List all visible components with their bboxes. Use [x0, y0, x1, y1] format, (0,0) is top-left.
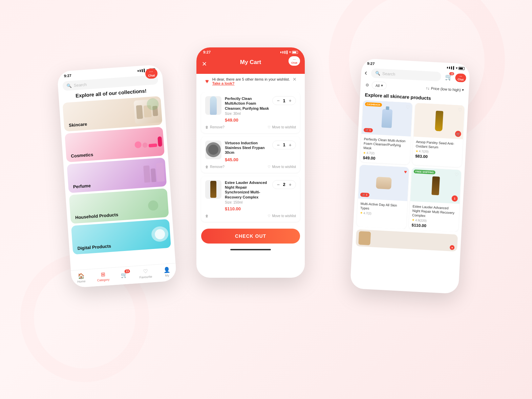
- move-wishlist-label-3: Move to wishlist: [272, 214, 296, 218]
- cart-item-top-3: Estee Lauder Advanced Night Repair Synch…: [205, 180, 296, 211]
- qty-decrease-2[interactable]: −: [277, 142, 279, 148]
- qty-num-1: 1: [283, 98, 285, 103]
- phone-left: 9:27 ▾ ··· Chat 🔍 Search Explore all of …: [57, 64, 177, 288]
- partial-product[interactable]: ♥: [356, 229, 458, 252]
- filter-label: All: [376, 83, 380, 88]
- cart-item-2: Virtuoso Induction Stainless Steel Frypa…: [201, 136, 300, 173]
- qty-increase-1[interactable]: +: [289, 98, 292, 103]
- signal4: [144, 68, 145, 72]
- heart-btn-1[interactable]: ♡: [406, 104, 410, 110]
- nav-favourite[interactable]: ♡ Favourite: [139, 268, 152, 279]
- product-name-2: Aesop Parsley Seed Anti-Oxidant Serum: [416, 140, 460, 151]
- product-info-2: Aesop Parsley Seed Anti-Oxidant Serum ★ …: [412, 136, 463, 163]
- chat-button-center[interactable]: ··· Chat: [289, 56, 300, 66]
- qty-control-3[interactable]: − 2 +: [272, 180, 296, 189]
- qty-increase-2[interactable]: +: [289, 142, 292, 148]
- filter-chevron: ▾: [381, 83, 383, 88]
- sig4: [286, 50, 288, 54]
- wishlist-heart-icon: ♥: [205, 78, 209, 85]
- wifi-center: ▾: [289, 50, 291, 54]
- product-card-3[interactable]: ♥ 🛒 1 Multi-Active Day All Skin Types ★ …: [357, 165, 409, 229]
- cart-items-list: Perfectly Clean MultiAction Foam Cleanse…: [196, 92, 305, 225]
- move-wishlist-1[interactable]: ♡ Move to wishlist: [268, 125, 296, 129]
- battery-center: [292, 51, 298, 54]
- star-2: ★: [416, 149, 419, 153]
- remove-btn-1[interactable]: 🗑 Remove?: [205, 125, 225, 129]
- rating-text-3: 4.7(2): [363, 211, 371, 215]
- chat-dots-center: ···: [293, 58, 296, 61]
- qty-num-3: 2: [283, 182, 285, 187]
- sort-button[interactable]: ↑↓ Price (low to high) ▾: [426, 86, 464, 92]
- search-bar-right[interactable]: 🔍 Search: [371, 68, 441, 82]
- back-button-right[interactable]: ‹: [363, 68, 369, 77]
- chat-dots-right: ···: [460, 75, 462, 78]
- qty-decrease-3[interactable]: −: [277, 182, 279, 187]
- heart-icon-2: ♡: [268, 165, 271, 169]
- category-item-household[interactable]: Household Products: [69, 188, 169, 224]
- status-bar-center: 9:27 ▾: [196, 47, 305, 56]
- wishlist-banner[interactable]: ♥ Hi dear, there are 5 other items in yo…: [201, 74, 300, 89]
- sort-arrows-icon: ↑↓: [426, 86, 430, 90]
- add-to-cart-3[interactable]: 🛒 1: [360, 192, 369, 197]
- product-card-4[interactable]: FREE SHIPPING ♡ 1 Estee Lauder Advanced …: [409, 167, 461, 232]
- star-1: ★: [363, 151, 366, 154]
- category-item-cosmetics[interactable]: Cosmetics: [65, 127, 165, 162]
- nav-my-label: My: [165, 274, 169, 277]
- time-right: 9:27: [367, 61, 375, 66]
- qty-increase-3[interactable]: +: [289, 182, 292, 187]
- remove-btn-2[interactable]: 🗑 Remove?: [205, 165, 225, 169]
- heart-btn-3[interactable]: ♥: [404, 169, 407, 174]
- category-item-perfume[interactable]: Perfume: [67, 158, 167, 193]
- status-icons-center: ▾: [280, 50, 298, 54]
- wishlist-close-icon[interactable]: ✕: [293, 77, 297, 82]
- trash-icon-2: 🗑: [205, 165, 209, 169]
- wishlist-link[interactable]: Take a look?: [212, 81, 235, 85]
- sig3: [284, 51, 285, 54]
- product-img-1: CASHBACK ♡ 🛒 1: [361, 100, 412, 136]
- product-card-2[interactable]: ♡ 🛒 Aesop Parsley Seed Anti-Oxidant Seru…: [412, 103, 465, 167]
- remove-label-2: Remove?: [210, 165, 225, 169]
- chat-button-right[interactable]: ··· Chat: [455, 73, 466, 82]
- heart-btn-2[interactable]: ♡: [458, 107, 463, 113]
- qty-control-2[interactable]: − 1 +: [272, 141, 296, 149]
- product-card-1[interactable]: CASHBACK ♡ 🛒 1 Perfectly Clean Multi-Act…: [360, 100, 412, 164]
- right-cart-icon[interactable]: 🛒 13: [445, 73, 453, 81]
- remove-btn-3[interactable]: 🗑: [205, 214, 209, 218]
- category-item-digital[interactable]: Digital Products: [71, 219, 171, 255]
- partial-badge: ♥: [450, 245, 455, 250]
- category-item-skincare[interactable]: Skincare: [63, 96, 163, 131]
- serum-shape: [435, 111, 443, 131]
- chat-label-center: Chat: [291, 61, 297, 64]
- back-button-center[interactable]: ✕: [202, 60, 207, 68]
- nav-category[interactable]: ⊞ Category: [97, 271, 110, 282]
- add-to-cart-4[interactable]: 1: [451, 195, 458, 202]
- qty-decrease-1[interactable]: −: [277, 98, 279, 103]
- add-to-cart-2[interactable]: 🛒: [455, 131, 461, 137]
- star-4: ★: [412, 218, 415, 222]
- product-price-2: $83.00: [415, 154, 460, 161]
- checkout-button[interactable]: CHECK OUT: [201, 229, 300, 244]
- nav-home[interactable]: 🏠 Home: [77, 272, 86, 284]
- nav-my[interactable]: 👤 My: [163, 267, 171, 277]
- wifi-right: ▾: [456, 66, 458, 70]
- search-icon-left: 🔍: [67, 83, 72, 88]
- rsig1: [447, 67, 448, 68]
- sort-label: Price (low to high): [431, 86, 461, 92]
- rating-text-4: 4.9(220): [415, 218, 427, 223]
- move-wishlist-2[interactable]: ♡ Move to wishlist: [268, 165, 296, 169]
- center-header-bg: 9:27 ▾ ✕ My Cart ··· Chat: [196, 47, 305, 74]
- search-placeholder-left: Search: [74, 82, 87, 88]
- heart-btn-4[interactable]: ♡: [454, 172, 459, 177]
- add-to-cart-1[interactable]: 🛒 1: [364, 128, 373, 132]
- remove-label-1: Remove?: [210, 125, 225, 129]
- product-img-2: ♡ 🛒: [413, 103, 465, 140]
- cart-item-1: Perfectly Clean MultiAction Foam Cleanse…: [201, 92, 300, 133]
- move-wishlist-3[interactable]: ♡ Move to wishlist: [268, 214, 296, 218]
- home-icon: 🏠: [78, 272, 85, 279]
- night-repair-shape: [431, 176, 440, 195]
- filter-all-button[interactable]: All ▾: [371, 81, 387, 90]
- search-placeholder-right: Search: [382, 71, 396, 77]
- qty-control-1[interactable]: − 1 +: [272, 96, 296, 105]
- bottom-nav-left: 🏠 Home ⊞ Category 🛒 13 ♡ Favourite 👤 My: [71, 263, 177, 288]
- nav-cart[interactable]: 🛒 13: [121, 272, 128, 278]
